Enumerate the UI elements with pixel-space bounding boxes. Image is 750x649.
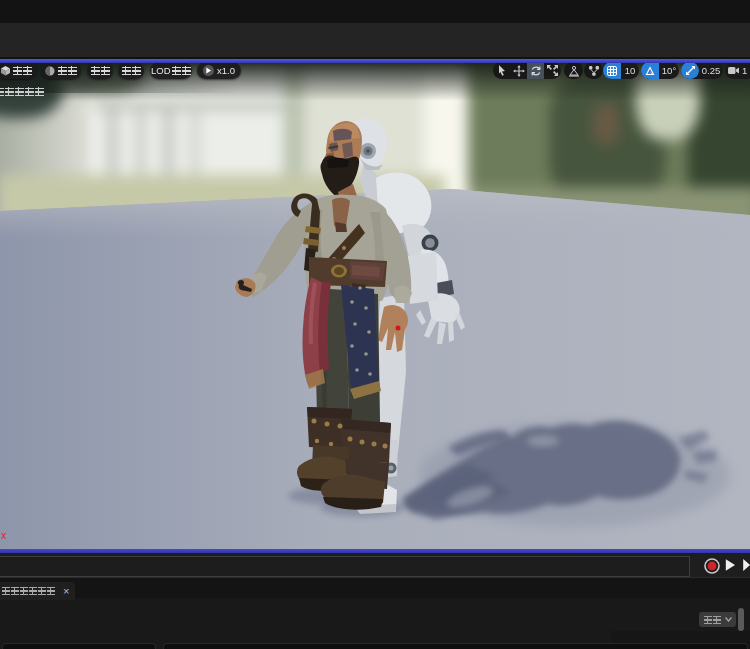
svg-text:x: x bbox=[1, 530, 6, 541]
